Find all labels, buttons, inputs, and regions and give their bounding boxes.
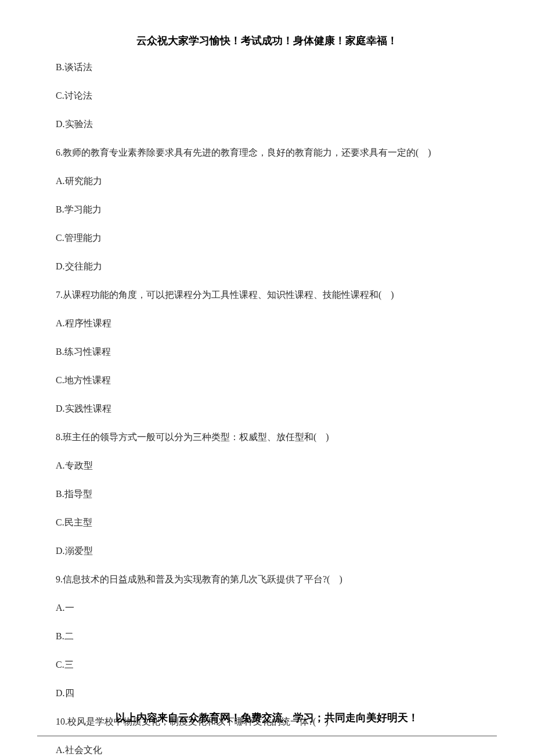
document-content: B.谈话法 C.讨论法 D.实验法 6.教师的教育专业素养除要求具有先进的教育理… [0,60,534,756]
option-text: C.三 [56,658,478,672]
option-text: A.研究能力 [56,174,478,188]
option-text: D.四 [56,686,478,700]
option-text: C.民主型 [56,516,478,530]
option-text: A.一 [56,601,478,615]
question-text: 6.教师的教育专业素养除要求具有先进的教育理念，良好的教育能力，还要求具有一定的… [56,146,478,160]
question-text: 7.从课程功能的角度，可以把课程分为工具性课程、知识性课程、技能性课程和( ) [56,288,478,302]
option-text: A.程序性课程 [56,316,478,330]
option-text: B.谈话法 [56,60,478,74]
option-text: C.管理能力 [56,231,478,245]
option-text: A.专政型 [56,459,478,473]
option-text: D.交往能力 [56,260,478,273]
option-text: B.二 [56,629,478,643]
option-text: B.指导型 [56,487,478,501]
option-text: C.讨论法 [56,89,478,103]
option-text: B.学习能力 [56,203,478,217]
page-header: 云众祝大家学习愉快！考试成功！身体健康！家庭幸福！ [0,0,534,60]
option-text: A.社会文化 [56,743,478,756]
option-text: D.实验法 [56,117,478,131]
footer-divider [37,736,497,736]
option-text: B.练习性课程 [56,345,478,359]
question-text: 8.班主任的领导方式一般可以分为三种类型：权威型、放任型和( ) [56,430,478,444]
page-footer: 以上内容来自云众教育网！免费交流、学习；共同走向美好明天！ [0,711,534,725]
question-text: 9.信息技术的日益成熟和普及为实现教育的第几次飞跃提供了平台?( ) [56,573,478,586]
option-text: D.实践性课程 [56,402,478,416]
option-text: C.地方性课程 [56,373,478,387]
option-text: D.溺爱型 [56,544,478,558]
